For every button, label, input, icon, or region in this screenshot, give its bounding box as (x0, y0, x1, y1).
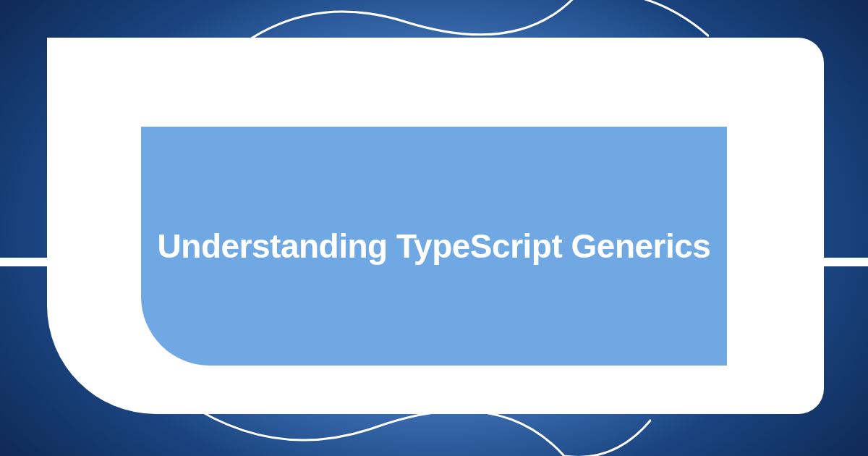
page-title: Understanding TypeScript Generics (158, 227, 711, 266)
inner-card-panel: Understanding TypeScript Generics (141, 127, 727, 366)
